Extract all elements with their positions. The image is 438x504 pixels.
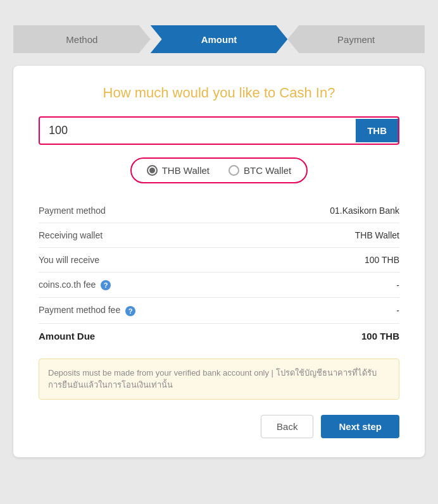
btc-radio[interactable] xyxy=(228,165,239,176)
label-you-will-receive: You will receive xyxy=(39,248,249,273)
step-amount-label: Amount xyxy=(201,34,237,45)
thb-wallet-option[interactable]: THB Wallet xyxy=(147,165,210,176)
btc-wallet-option[interactable]: BTC Wallet xyxy=(228,165,291,176)
coins-fee-help-icon[interactable]: ? xyxy=(101,280,111,290)
btc-wallet-label: BTC Wallet xyxy=(244,165,291,176)
thb-radio[interactable] xyxy=(147,165,158,176)
row-amount-due: Amount Due 100 THB xyxy=(39,323,399,348)
value-amount-due: 100 THB xyxy=(249,323,399,348)
thb-radio-dot xyxy=(149,168,155,173)
row-receiving-wallet: Receiving wallet THB Wallet xyxy=(39,223,399,248)
label-payment-method: Payment method xyxy=(39,199,249,223)
row-payment-fee: Payment method fee ? - xyxy=(39,298,399,323)
step-amount[interactable]: Amount xyxy=(151,25,288,53)
notice-box: Deposits must be made from your verified… xyxy=(39,359,399,400)
currency-badge: THB xyxy=(356,119,398,142)
details-table: Payment method 01.Kasikorn Bank Receivin… xyxy=(39,199,399,348)
step-method[interactable]: Method xyxy=(13,25,151,53)
step-method-label: Method xyxy=(66,34,97,45)
label-payment-fee: Payment method fee ? xyxy=(39,298,249,323)
row-you-will-receive: You will receive 100 THB xyxy=(39,248,399,273)
page-container: Method Amount Payment How much would you… xyxy=(13,13,425,504)
actions: Back Next step xyxy=(39,415,399,438)
step-payment[interactable]: Payment xyxy=(287,25,425,53)
card-title: How much would you like to Cash In? xyxy=(39,85,399,101)
amount-input[interactable] xyxy=(40,118,356,144)
amount-input-wrapper: THB xyxy=(39,116,399,145)
thb-wallet-label: THB Wallet xyxy=(162,165,210,176)
wallet-selector: THB Wallet BTC Wallet xyxy=(130,157,308,183)
main-card: How much would you like to Cash In? THB … xyxy=(13,66,425,457)
payment-fee-help-icon[interactable]: ? xyxy=(125,306,135,316)
label-receiving-wallet: Receiving wallet xyxy=(39,223,249,248)
row-payment-method: Payment method 01.Kasikorn Bank xyxy=(39,199,399,223)
value-payment-fee: - xyxy=(249,298,399,323)
label-coins-fee: coins.co.th fee ? xyxy=(39,273,249,298)
next-step-button[interactable]: Next step xyxy=(321,415,399,438)
value-you-will-receive: 100 THB xyxy=(249,248,399,273)
value-receiving-wallet: THB Wallet xyxy=(249,223,399,248)
row-coins-fee: coins.co.th fee ? - xyxy=(39,273,399,298)
back-button[interactable]: Back xyxy=(261,415,313,438)
value-coins-fee: - xyxy=(249,273,399,298)
stepper: Method Amount Payment xyxy=(13,25,425,53)
value-payment-method: 01.Kasikorn Bank xyxy=(249,199,399,223)
label-amount-due: Amount Due xyxy=(39,323,249,348)
step-payment-label: Payment xyxy=(337,34,375,45)
